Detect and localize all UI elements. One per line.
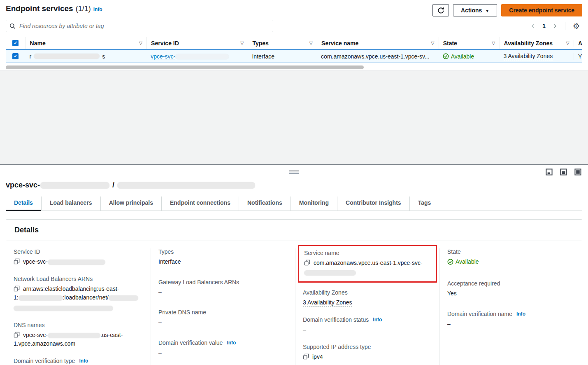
field-label: Supported IP address type — [303, 344, 432, 350]
details-column-3: Service name com.amazonaws.vpce.us-east-… — [295, 248, 439, 365]
tab-notifications[interactable]: Notifications — [239, 197, 291, 211]
split-panel-drag-handle[interactable] — [289, 171, 299, 174]
redacted-text — [304, 270, 356, 276]
column-header-acceptance-label: A — [578, 40, 582, 47]
row-types-cell: Interface — [248, 53, 317, 60]
table-row[interactable]: ✓ rs vpce-svc- Interface com.amazonaws.v… — [6, 49, 582, 63]
row-service-name-value: com.amazonaws.vpce.us-east-1.vpce-sv... — [321, 53, 430, 60]
filter-icon[interactable]: ▽ — [240, 40, 244, 46]
column-header-az-label: Availability Zones — [504, 40, 553, 47]
field-domain-verification-name: Domain verification name Info – — [447, 311, 574, 329]
field-private-dns-name: Private DNS name – — [158, 309, 288, 327]
tab-contributor-insights[interactable]: Contributor Insights — [337, 197, 409, 211]
availability-zones-link[interactable]: 3 Availability Zones — [303, 299, 352, 307]
column-header-name[interactable]: Name ▽ — [26, 37, 147, 49]
caret-down-icon: ▼ — [485, 9, 489, 13]
refresh-button[interactable] — [432, 4, 449, 16]
row-select-cell: ✓ — [6, 53, 26, 59]
field-label: Service ID — [14, 248, 143, 255]
tab-endpoint-connections[interactable]: Endpoint connections — [161, 197, 239, 211]
resource-count: (1/1) — [76, 5, 91, 13]
row-name-suffix: s — [102, 53, 105, 60]
field-domain-verification-type: Domain verification type Info – — [14, 358, 143, 365]
field-label: DNS names — [14, 322, 143, 328]
field-label: Acceptance required — [447, 280, 574, 287]
availability-zones-link[interactable]: 3 Availability Zones — [504, 53, 553, 60]
details-card-heading: Details — [6, 220, 582, 241]
field-label: Domain verification status — [303, 316, 369, 323]
column-header-acceptance-truncated[interactable]: A — [574, 40, 582, 47]
dns-name-prefix: vpce-svc- — [23, 332, 48, 338]
panel-size-full-icon[interactable] — [574, 168, 581, 175]
filter-icon[interactable]: ▽ — [431, 40, 434, 46]
tab-load-balancers[interactable]: Load balancers — [41, 197, 100, 211]
search-input[interactable] — [19, 22, 270, 30]
info-link[interactable]: Info — [516, 311, 525, 317]
tab-monitoring[interactable]: Monitoring — [291, 197, 337, 211]
copy-icon[interactable] — [304, 260, 310, 266]
field-acceptance-required: Acceptance required Yes — [447, 280, 574, 298]
acceptance-required-value: Yes — [447, 289, 574, 298]
tab-tags[interactable]: Tags — [409, 197, 439, 211]
field-availability-zones: Availability Zones 3 Availability Zones — [303, 289, 432, 307]
column-header-service-name[interactable]: Service name ▽ — [317, 37, 439, 49]
column-header-name-label: Name — [30, 40, 46, 47]
copy-icon[interactable] — [14, 285, 20, 292]
row-checkbox[interactable]: ✓ — [12, 53, 19, 59]
endpoint-services-list-section: Endpoint services (1/1) Info Actions ▼ C… — [0, 0, 588, 70]
info-link[interactable]: Info — [227, 340, 236, 346]
field-label: State — [447, 248, 574, 255]
panel-size-small-icon[interactable] — [546, 168, 553, 175]
state-available-badge: Available — [443, 53, 474, 60]
info-link[interactable]: Info — [79, 358, 88, 364]
state-available-badge: Available — [447, 257, 479, 267]
dns-name-line2: 1.vpce.amazonaws.com — [14, 339, 143, 349]
row-az-cell: 3 Availability Zones — [500, 53, 574, 60]
column-header-state[interactable]: State ▽ — [439, 37, 500, 49]
service-id-prefix: vpce-svc- — [23, 258, 48, 265]
select-all-checkbox[interactable]: ✓ — [12, 40, 19, 46]
field-value-empty: – — [158, 288, 288, 297]
actions-button[interactable]: Actions ▼ — [453, 4, 497, 16]
tab-allow-principals[interactable]: Allow principals — [100, 197, 161, 211]
search-box[interactable] — [6, 20, 273, 32]
check-circle-icon — [443, 53, 449, 59]
row-acceptance-value: Y — [578, 53, 582, 60]
empty-background-area — [0, 70, 588, 164]
current-page-number[interactable]: 1 — [541, 23, 547, 29]
next-page-button[interactable] — [550, 23, 560, 30]
tab-details[interactable]: Details — [6, 197, 41, 211]
field-domain-verification-value: Domain verification value Info – — [158, 339, 288, 358]
filter-icon[interactable]: ▽ — [566, 40, 569, 46]
field-supported-ip-type: Supported IP address type ipv4 — [303, 344, 432, 362]
copy-icon[interactable] — [14, 332, 20, 338]
field-dns-names: DNS names vpce-svc-.us-east- 1.vpce.amaz… — [14, 322, 143, 349]
filter-icon[interactable]: ▽ — [492, 40, 495, 46]
field-types: Types Interface — [158, 248, 288, 267]
filter-icon[interactable]: ▽ — [309, 40, 313, 46]
table-header-row: ✓ Name ▽ Service ID ▽ Types ▽ Service na… — [6, 37, 582, 49]
filter-icon[interactable]: ▽ — [139, 40, 142, 46]
previous-page-button[interactable] — [528, 23, 538, 30]
row-service-name-cell: com.amazonaws.vpce.us-east-1.vpce-sv... — [317, 53, 439, 60]
service-id-link[interactable]: vpce-svc- — [151, 53, 229, 60]
redacted-text — [34, 54, 100, 59]
types-value: Interface — [158, 257, 288, 267]
check-circle-icon — [447, 259, 453, 265]
column-header-availability-zones[interactable]: Availability Zones ▽ — [500, 37, 574, 49]
row-acceptance-cell-truncated: Y — [574, 53, 582, 60]
create-endpoint-service-button[interactable]: Create endpoint service — [501, 4, 582, 16]
panel-size-medium-icon[interactable] — [560, 168, 567, 175]
preferences-gear-icon[interactable]: ⚙ — [570, 22, 582, 30]
horizontal-scrollbar-thumb[interactable] — [6, 66, 364, 69]
field-label: Private DNS name — [158, 309, 288, 316]
info-link[interactable]: Info — [373, 317, 382, 323]
column-header-types[interactable]: Types ▽ — [248, 37, 317, 49]
row-name-cell: rs — [26, 53, 147, 60]
copy-icon[interactable] — [303, 353, 309, 360]
field-value-empty: – — [303, 325, 432, 335]
page-info-link[interactable]: Info — [93, 7, 102, 12]
field-domain-verification-status: Domain verification status Info – — [303, 316, 432, 335]
column-header-service-id[interactable]: Service ID ▽ — [146, 37, 248, 49]
copy-icon[interactable] — [14, 258, 20, 264]
